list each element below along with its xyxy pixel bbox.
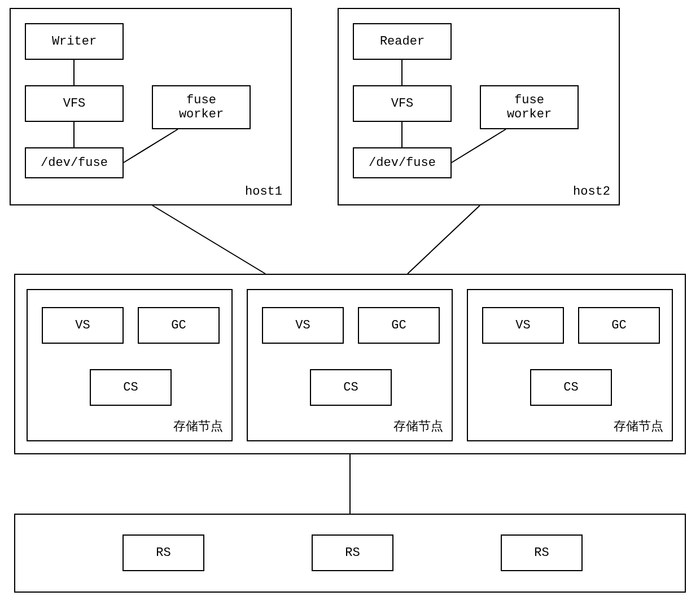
vfs-label-host1: VFS xyxy=(63,97,86,111)
rs-label-1: RS xyxy=(156,546,170,560)
storage-node-label-3: 存储节点 xyxy=(614,418,663,435)
svg-line-2 xyxy=(124,129,178,163)
rs-label-2: RS xyxy=(345,546,360,560)
vs-box-1: VS xyxy=(42,307,124,344)
storage-tier-container: VS GC CS 存储节点 VS GC CS 存储节点 VS GC CS xyxy=(14,274,686,454)
host1-container: Writer VFS fuse worker /dev/fuse host1 xyxy=(10,8,292,205)
storage-node-2: VS GC CS 存储节点 xyxy=(247,289,453,441)
fuseworker-box-host2: fuse worker xyxy=(480,85,579,129)
storage-node-label-1: 存储节点 xyxy=(173,418,223,435)
vs-label-2: VS xyxy=(295,318,310,332)
devfuse-label-host1: /dev/fuse xyxy=(41,156,108,170)
reader-box: Reader xyxy=(353,23,452,60)
svg-line-5 xyxy=(452,129,506,163)
vfs-label-host2: VFS xyxy=(391,97,414,111)
fuseworker-box-host1: fuse worker xyxy=(152,85,251,129)
fuseworker-line1-host2: fuse xyxy=(514,93,544,107)
storage-node-label-2: 存储节点 xyxy=(393,418,443,435)
fuseworker-line1-host1: fuse xyxy=(186,93,216,107)
host2-label: host2 xyxy=(573,185,610,199)
rs-label-3: RS xyxy=(534,546,549,560)
vfs-box-host2: VFS xyxy=(353,85,452,122)
vs-box-2: VS xyxy=(262,307,344,344)
fuseworker-line2-host2: worker xyxy=(507,107,552,121)
writer-label: Writer xyxy=(52,34,97,49)
devfuse-label-host2: /dev/fuse xyxy=(369,156,436,170)
reader-label: Reader xyxy=(380,34,425,49)
cs-box-3: CS xyxy=(530,369,612,406)
svg-line-6 xyxy=(152,205,265,274)
storage-node-1: VS GC CS 存储节点 xyxy=(27,289,233,441)
rs-box-1: RS xyxy=(123,534,204,571)
gc-box-3: GC xyxy=(578,307,660,344)
vs-box-3: VS xyxy=(482,307,564,344)
host1-label: host1 xyxy=(245,185,282,199)
writer-box: Writer xyxy=(25,23,124,60)
gc-label-1: GC xyxy=(171,318,186,332)
gc-label-3: GC xyxy=(611,318,626,332)
cs-label-1: CS xyxy=(123,380,138,395)
rs-box-2: RS xyxy=(312,534,393,571)
storage-node-3: VS GC CS 存储节点 xyxy=(467,289,673,441)
vs-label-1: VS xyxy=(75,318,90,332)
gc-box-1: GC xyxy=(138,307,220,344)
host2-container: Reader VFS fuse worker /dev/fuse host2 xyxy=(338,8,620,205)
cs-label-3: CS xyxy=(563,380,578,395)
cs-label-2: CS xyxy=(343,380,358,395)
cs-box-1: CS xyxy=(90,369,172,406)
devfuse-box-host2: /dev/fuse xyxy=(353,147,452,178)
devfuse-box-host1: /dev/fuse xyxy=(25,147,124,178)
fuseworker-line2-host1: worker xyxy=(179,107,224,121)
vs-label-3: VS xyxy=(515,318,530,332)
gc-label-2: GC xyxy=(391,318,406,332)
vfs-box-host1: VFS xyxy=(25,85,124,122)
gc-box-2: GC xyxy=(358,307,440,344)
rs-box-3: RS xyxy=(501,534,583,571)
rs-tier-container: RS RS RS xyxy=(14,514,686,593)
svg-line-7 xyxy=(408,205,480,274)
cs-box-2: CS xyxy=(310,369,392,406)
